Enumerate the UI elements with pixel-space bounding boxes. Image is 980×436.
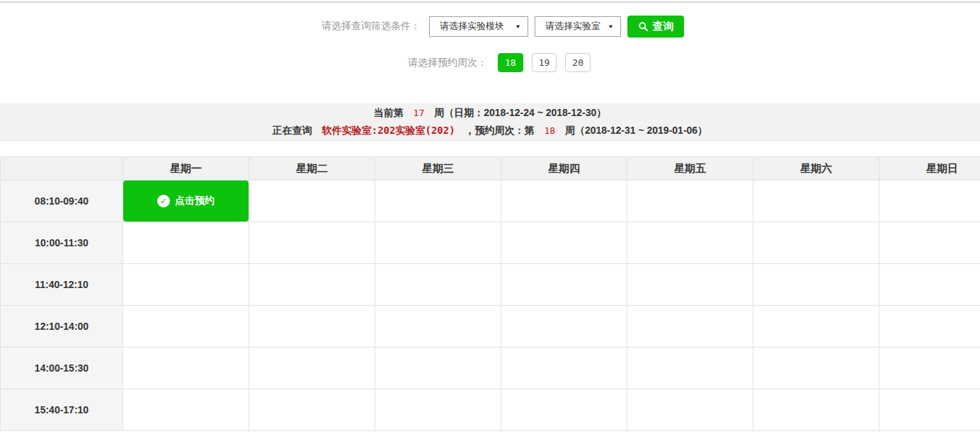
timetable-cell [627,222,753,264]
timetable-cell [879,306,980,348]
chevron-down-icon: ▼ [515,23,521,30]
timetable-cell [501,348,627,389]
timetable-cell [879,348,980,389]
timetable-cell [123,306,249,348]
timetable-cell [375,264,501,306]
timetable-cell [627,306,753,348]
timetable-cell [753,348,879,389]
timetable-cell [501,222,627,264]
filter-label: 请选择查询筛选条件： [321,20,421,33]
search-button-label: 查询 [653,20,674,33]
room-select[interactable]: 请选择实验室 ▼ [535,16,621,37]
time-slot-label: 12:10-14:00 [1,306,123,348]
room-select-value: 请选择实验室 [545,20,600,33]
status-line1-after: 周（日期：2018-12-24 ~ 2018-12-30） [434,107,606,118]
timetable-cell [123,348,249,389]
timetable-cell-mon-1: ✓ 点击预约 [123,180,249,222]
day-header-wednesday: 星期三 [375,157,501,180]
timetable-cell [753,389,879,431]
status-bar: 当前第 17 周（日期：2018-12-24 ~ 2018-12-30） 正在查… [0,103,980,141]
timetable-cell [879,180,980,222]
status-line2-before: 正在查询 [273,125,312,136]
timetable-cell [375,222,501,264]
timetable-cell [501,306,627,348]
status-line-query-info: 正在查询 软件实验室:202实验室(202) ，预约周次：第 18 周（2018… [273,122,707,139]
time-slot-label: 14:00-15:30 [1,348,123,389]
status-line2-after: 周（2018-12-31 ~ 2019-01-06） [565,125,707,136]
timetable-cell [879,264,980,306]
timetable-cell [627,264,753,306]
time-slot-label: 15:40-17:10 [1,389,123,431]
timetable-cell [375,180,501,222]
day-header-tuesday: 星期二 [249,157,375,180]
timetable-cell [501,264,627,306]
booking-button[interactable]: ✓ 点击预约 [123,180,249,222]
timetable-cell [753,264,879,306]
status-line2-middle: ，预约周次：第 [465,125,535,136]
timetable-cell [249,348,375,389]
timetable-cell [879,222,980,264]
timetable: 星期一 星期二 星期三 星期四 星期五 星期六 星期日 08:10-09:40 … [0,156,980,431]
booking-button-label: 点击预约 [175,195,215,207]
module-select[interactable]: 请选择实验模块 ▼ [429,16,528,37]
booking-week-chip: 18 [540,125,559,137]
timetable-cell [627,389,753,431]
time-slot-label: 08:10-09:40 [1,180,123,222]
week-button-20[interactable]: 20 [565,53,591,72]
time-slot-label: 10:00-11:30 [1,222,123,264]
time-column-header [1,157,123,180]
timetable-cell [123,389,249,431]
timetable-cell [879,389,980,431]
timetable-cell [249,389,375,431]
timetable-cell [753,222,879,264]
timetable-header-row: 星期一 星期二 星期三 星期四 星期五 星期六 星期日 [1,157,980,180]
timetable-cell [627,180,753,222]
week-selector-label: 请选择预约周次： [408,57,487,69]
table-row: 08:10-09:40 ✓ 点击预约 [1,180,980,222]
check-circle-icon: ✓ [157,195,170,207]
search-button[interactable]: 查询 [627,16,684,38]
timetable-cell [123,264,249,306]
timetable-cell [627,348,753,389]
table-row: 10:00-11:30 [1,222,980,264]
table-row: 14:00-15:30 [1,348,980,389]
lab-name-chip: 软件实验室:202实验室(202) [319,124,459,137]
timetable-cell [375,306,501,348]
module-select-value: 请选择实验模块 [440,20,504,33]
week-button-18[interactable]: 18 [498,53,523,72]
timetable-cell [375,389,501,431]
timetable-cell [249,306,375,348]
timetable-cell [249,264,375,306]
time-slot-label: 11:40-12:10 [1,264,123,306]
status-line1-before: 当前第 [374,107,404,118]
timetable-cell [753,306,879,348]
search-icon [638,21,649,32]
timetable-cell [123,222,249,264]
day-header-friday: 星期五 [627,157,753,180]
filter-bar: 请选择查询筛选条件： 请选择实验模块 ▼ 请选择实验室 ▼ 查询 [13,16,980,37]
timetable-cell [753,180,879,222]
timetable-cell [375,348,501,389]
week-button-19[interactable]: 19 [532,53,557,72]
table-row: 15:40-17:10 [1,389,980,431]
week-selector: 请选择预约周次： 18 19 20 [11,53,980,72]
table-row: 12:10-14:00 [1,306,980,348]
timetable-cell [249,222,375,264]
chevron-down-icon: ▼ [608,23,614,30]
day-header-thursday: 星期四 [501,157,627,180]
day-header-saturday: 星期六 [753,157,879,180]
status-line-current-week: 当前第 17 周（日期：2018-12-24 ~ 2018-12-30） [374,104,607,122]
timetable-cell [249,180,375,222]
page-top-divider [0,0,980,3]
timetable-cell [501,389,627,431]
table-row: 11:40-12:10 [1,264,980,306]
current-week-chip: 17 [410,107,428,119]
day-header-monday: 星期一 [123,157,249,180]
day-header-sunday: 星期日 [879,157,980,180]
timetable-cell [501,180,627,222]
